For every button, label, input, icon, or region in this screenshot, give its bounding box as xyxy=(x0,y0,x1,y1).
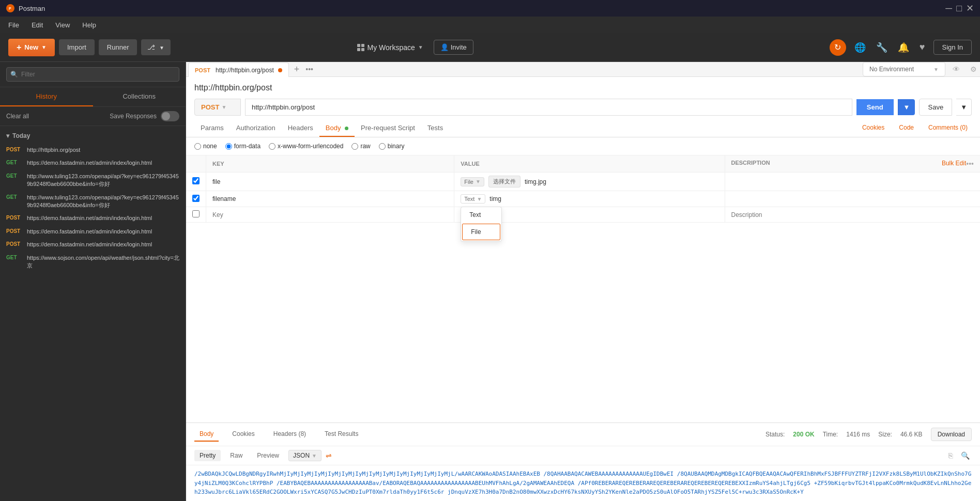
menu-help[interactable]: Help xyxy=(80,20,98,30)
radio-raw[interactable] xyxy=(351,143,358,150)
environment-dropdown[interactable]: No Environment ▼ xyxy=(863,62,945,76)
method-badge: GET xyxy=(6,254,23,260)
row-checkbox[interactable] xyxy=(192,195,200,202)
wrap-icon[interactable]: ⇌ xyxy=(326,451,332,460)
fork-arrow: ▼ xyxy=(159,45,164,51)
new-row-checkbox[interactable] xyxy=(192,210,200,217)
list-item[interactable]: POST http://httpbin.org/post xyxy=(6,144,179,156)
option-none[interactable]: none xyxy=(194,143,217,150)
format-type-select[interactable]: JSON ▼ xyxy=(288,450,321,461)
download-button[interactable]: Download xyxy=(931,428,972,441)
list-item[interactable]: POST https://demo.fastadmin.net/admin/in… xyxy=(6,225,179,238)
dropdown-file-option[interactable]: File xyxy=(462,224,500,240)
resp-tab-body[interactable]: Body xyxy=(194,427,219,442)
format-raw-button[interactable]: Raw xyxy=(225,450,248,461)
status-value: 200 OK xyxy=(793,431,814,438)
description-cell[interactable] xyxy=(725,191,980,207)
comments-link[interactable]: Comments (0) xyxy=(924,122,972,135)
send-arrow-button[interactable]: ▼ xyxy=(898,99,915,115)
request-tab[interactable]: POST http://httpbin.org/post xyxy=(188,62,289,77)
new-key-cell[interactable] xyxy=(206,207,454,223)
option-binary[interactable]: binary xyxy=(379,143,405,150)
list-item[interactable]: GET https://demo.fastadmin.net/admin/ind… xyxy=(6,156,179,169)
file-type-badge[interactable]: File ▼ xyxy=(461,177,484,186)
save-responses-toggle[interactable] xyxy=(161,111,179,121)
menu-view[interactable]: View xyxy=(53,20,72,30)
env-gear-button[interactable]: ⚙ xyxy=(967,62,980,76)
row-checkbox[interactable] xyxy=(192,177,200,184)
search-input[interactable] xyxy=(6,67,179,82)
format-pretty-button[interactable]: Pretty xyxy=(194,450,221,461)
tab-params[interactable]: Params xyxy=(194,120,230,137)
new-description-cell[interactable] xyxy=(725,207,980,223)
wrench-icon[interactable]: 🔧 xyxy=(874,40,890,55)
list-item[interactable]: GET https://www.sojson.com/open/api/weat… xyxy=(6,252,179,273)
import-button[interactable]: Import xyxy=(59,39,95,55)
env-eye-button[interactable]: 👁 xyxy=(950,62,963,76)
code-link[interactable]: Code xyxy=(895,122,918,135)
invite-button[interactable]: 👤 Invite xyxy=(434,40,473,55)
bulk-edit-button[interactable]: Bulk Edit xyxy=(942,160,966,167)
file-select-button[interactable]: 选择文件 xyxy=(488,176,520,187)
menu-file[interactable]: File xyxy=(6,20,21,30)
resp-tab-headers[interactable]: Headers (8) xyxy=(268,427,311,442)
resp-tab-test-results[interactable]: Test Results xyxy=(319,427,363,442)
add-tab-button[interactable]: + xyxy=(290,62,304,76)
maximize-btn[interactable]: □ xyxy=(956,4,962,13)
tab-body[interactable]: Body xyxy=(319,120,355,137)
cookies-link[interactable]: Cookies xyxy=(858,122,889,135)
url-input[interactable] xyxy=(245,99,852,116)
new-description-input[interactable] xyxy=(731,211,974,218)
radio-none[interactable] xyxy=(194,143,201,150)
text-type-badge[interactable]: Text ▼ xyxy=(461,194,485,203)
list-item[interactable]: GET http://www.tuling123.com/openapi/api… xyxy=(6,191,179,212)
tab-authorization[interactable]: Authorization xyxy=(230,120,282,137)
bell-icon[interactable]: 🔔 xyxy=(896,40,911,55)
column-more-button[interactable]: ••• xyxy=(966,160,974,168)
method-select[interactable]: POST ▼ xyxy=(194,99,241,116)
key-cell[interactable]: file xyxy=(206,173,454,191)
resp-tab-cookies[interactable]: Cookies xyxy=(227,427,259,442)
save-button[interactable]: Save xyxy=(919,99,952,116)
heart-icon[interactable]: ♥ xyxy=(917,40,927,55)
sign-in-button[interactable]: Sign In xyxy=(933,40,972,55)
menu-edit[interactable]: Edit xyxy=(29,20,45,30)
new-key-input[interactable] xyxy=(212,211,448,218)
radio-urlencoded[interactable] xyxy=(269,143,275,150)
radio-binary[interactable] xyxy=(379,143,386,150)
sync-button[interactable]: ↻ xyxy=(830,39,846,56)
radio-form-data[interactable] xyxy=(225,143,232,150)
clear-all-button[interactable]: Clear all xyxy=(6,113,29,120)
list-item[interactable]: POST https://demo.fastadmin.net/admin/in… xyxy=(6,238,179,251)
copy-response-button[interactable]: ⎘ xyxy=(946,449,955,462)
option-form-data[interactable]: form-data xyxy=(225,143,261,150)
more-tabs-button[interactable]: ••• xyxy=(303,62,315,76)
tab-pre-request[interactable]: Pre-request Script xyxy=(355,120,421,137)
new-button[interactable]: + New ▼ xyxy=(8,39,55,56)
send-button[interactable]: Send xyxy=(856,99,894,115)
runner-button[interactable]: Runner xyxy=(99,39,137,55)
tab-collections[interactable]: Collections xyxy=(93,87,186,106)
option-raw[interactable]: raw xyxy=(351,143,370,150)
response-body: /2wBDAQkJCQwLDBgNDRgyIRwhMjIyMjIyMjIyMjI… xyxy=(186,465,980,501)
tab-headers[interactable]: Headers xyxy=(282,120,319,137)
format-preview-button[interactable]: Preview xyxy=(252,450,284,461)
search-response-button[interactable]: 🔍 xyxy=(959,449,972,462)
description-cell[interactable] xyxy=(725,173,980,191)
tab-tests[interactable]: Tests xyxy=(421,120,449,137)
dropdown-text-option[interactable]: Text xyxy=(461,207,501,223)
format-type-label: JSON xyxy=(293,452,310,459)
tab-history[interactable]: History xyxy=(0,87,93,106)
list-item[interactable]: POST https://demo.fastadmin.net/admin/in… xyxy=(6,212,179,225)
key-cell[interactable]: filename xyxy=(206,191,454,207)
minimize-btn[interactable]: ─ xyxy=(945,4,952,13)
globe-icon[interactable]: 🌐 xyxy=(852,40,868,55)
workspace-button[interactable]: My Workspace ▼ xyxy=(351,40,430,55)
save-arrow-button[interactable]: ▼ xyxy=(956,99,972,116)
list-item[interactable]: GET http://www.tuling123.com/openapi/api… xyxy=(6,170,179,191)
tab-modified-dot xyxy=(278,68,282,72)
close-btn[interactable]: ✕ xyxy=(966,4,974,13)
app-icon: P xyxy=(6,4,14,12)
fork-button[interactable]: ⎇ ▼ xyxy=(141,39,171,55)
option-urlencoded[interactable]: x-www-form-urlencoded xyxy=(269,143,343,150)
